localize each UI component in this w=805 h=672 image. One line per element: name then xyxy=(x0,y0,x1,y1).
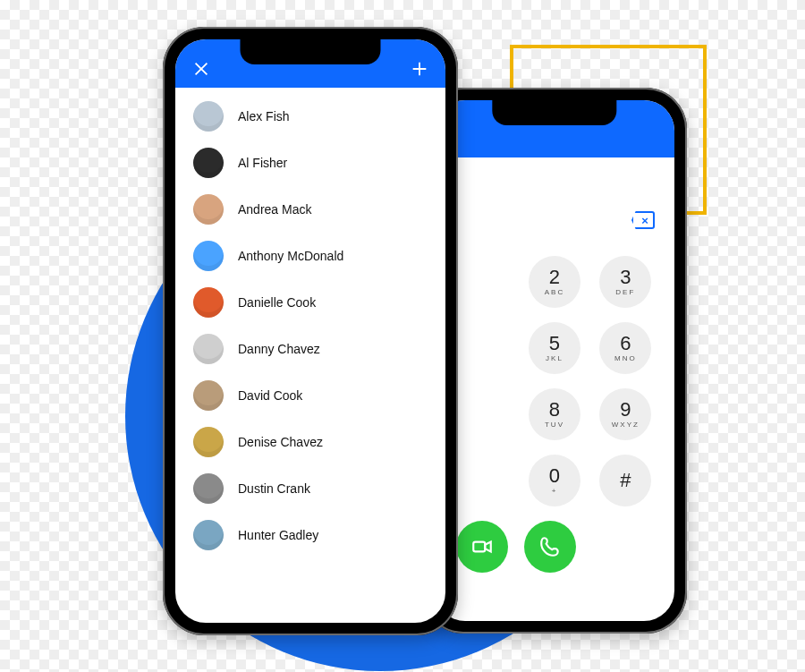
dialpad-letters: JKL xyxy=(546,355,564,362)
video-call-button[interactable] xyxy=(456,521,508,573)
avatar xyxy=(193,334,224,364)
contact-row[interactable]: Al Fisher xyxy=(175,140,445,186)
phone-icon xyxy=(538,535,562,558)
dialpad-letters: ABC xyxy=(545,289,564,296)
backspace-icon: × xyxy=(641,214,648,227)
dialpad-key-0[interactable]: 0+ xyxy=(529,455,580,506)
dialpad-digit: 6 xyxy=(620,334,631,353)
contact-name: Danny Chavez xyxy=(238,342,320,356)
close-button[interactable] xyxy=(191,59,211,79)
phone-contacts: Alex FishAl FisherAndrea MackAnthony McD… xyxy=(163,27,458,635)
contact-name: Dustin Crank xyxy=(238,481,310,496)
contact-row[interactable]: Anthony McDonald xyxy=(175,233,445,279)
dialpad-letters: MNO xyxy=(614,355,637,362)
contact-name: Andrea Mack xyxy=(238,202,311,217)
avatar xyxy=(193,520,224,550)
avatar xyxy=(193,473,224,504)
plus-icon xyxy=(410,59,429,79)
dialpad-key-8[interactable]: 8TUV xyxy=(529,388,580,440)
dialpad-key-9[interactable]: 9WXYZ xyxy=(599,388,651,440)
backspace-button[interactable]: × xyxy=(631,211,655,229)
contact-name: Danielle Cook xyxy=(238,295,316,310)
dialpad-letters: + xyxy=(552,488,558,495)
dialpad-key-6[interactable]: 6MNO xyxy=(599,322,651,374)
dialpad-key-#[interactable]: # xyxy=(599,455,651,506)
video-icon xyxy=(470,535,494,558)
voice-call-button[interactable] xyxy=(524,521,576,573)
contact-name: Hunter Gadley xyxy=(238,528,318,542)
dialpad-key-2[interactable]: 2ABC xyxy=(529,256,580,308)
contact-name: David Cook xyxy=(238,388,302,403)
dialpad-letters: WXYZ xyxy=(612,421,640,429)
dialpad-digit: 5 xyxy=(549,334,560,353)
dialpad-letters: TUV xyxy=(545,421,564,429)
contact-row[interactable]: Denise Chavez xyxy=(175,419,445,465)
avatar xyxy=(193,194,224,225)
avatar xyxy=(193,380,224,411)
avatar xyxy=(193,241,224,271)
contact-name: Anthony McDonald xyxy=(238,249,343,263)
contact-name: Alex Fish xyxy=(238,109,290,123)
dialpad-key-5[interactable]: 5JKL xyxy=(529,322,580,374)
dialpad-digit: 2 xyxy=(549,268,560,287)
contact-name: Denise Chavez xyxy=(238,435,323,449)
contact-row[interactable]: Alex Fish xyxy=(175,93,445,140)
avatar xyxy=(193,427,224,457)
contact-row[interactable]: Danielle Cook xyxy=(175,279,445,326)
dialpad-letters: DEF xyxy=(615,289,635,296)
contact-row[interactable]: Danny Chavez xyxy=(175,326,445,372)
avatar xyxy=(193,101,224,132)
contact-name: Al Fisher xyxy=(238,156,287,170)
add-contact-button[interactable] xyxy=(410,59,429,79)
dialpad-digit: # xyxy=(620,471,631,490)
phone-dialer: × 2ABC3DEF5JKL6MNO8TUV9WXYZ0+# xyxy=(422,88,687,634)
dialpad-key-3[interactable]: 3DEF xyxy=(599,256,651,308)
contact-row[interactable]: Hunter Gadley xyxy=(175,512,445,558)
svg-rect-0 xyxy=(473,542,485,552)
dialpad-digit: 8 xyxy=(549,400,560,420)
dialpad-digit: 0 xyxy=(549,466,560,486)
contact-row[interactable]: Andrea Mack xyxy=(175,186,445,233)
contact-row[interactable]: Dustin Crank xyxy=(175,465,445,512)
contacts-list[interactable]: Alex FishAl FisherAndrea MackAnthony McD… xyxy=(175,88,445,564)
contact-row[interactable]: David Cook xyxy=(175,372,445,419)
dialpad-digit: 9 xyxy=(620,400,631,420)
phone-notch xyxy=(492,100,616,125)
close-icon xyxy=(191,59,211,79)
phone-notch xyxy=(240,39,380,64)
avatar xyxy=(193,148,224,178)
dialpad-digit: 3 xyxy=(620,268,631,287)
avatar xyxy=(193,287,224,318)
